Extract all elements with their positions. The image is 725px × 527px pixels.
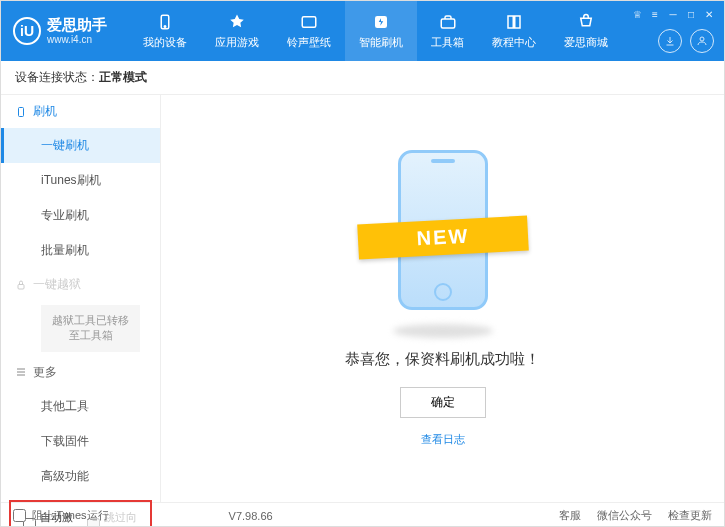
- logo: iU 爱思助手 www.i4.cn: [1, 17, 119, 45]
- apps-icon: [227, 12, 247, 32]
- sidebar-item-pro-flash[interactable]: 专业刷机: [1, 198, 160, 233]
- status-value: 正常模式: [99, 69, 147, 86]
- main-content: NEW 恭喜您，保资料刷机成功啦！ 确定 查看日志: [161, 95, 724, 502]
- status-bar: 设备连接状态： 正常模式: [1, 61, 724, 95]
- phone-small-icon: [15, 106, 27, 118]
- svg-point-5: [700, 37, 704, 41]
- status-label: 设备连接状态：: [15, 69, 99, 86]
- close-icon[interactable]: ✕: [702, 7, 716, 21]
- image-icon: [299, 12, 319, 32]
- flash-icon: [371, 12, 391, 32]
- nav-toolbox[interactable]: 工具箱: [417, 1, 478, 61]
- svg-rect-7: [18, 284, 24, 289]
- download-button[interactable]: [658, 29, 682, 53]
- footer-link-wechat[interactable]: 微信公众号: [597, 508, 652, 523]
- svg-rect-2: [302, 17, 316, 28]
- nav-ringtones[interactable]: 铃声壁纸: [273, 1, 345, 61]
- sidebar-item-download-firmware[interactable]: 下载固件: [1, 424, 160, 459]
- sidebar-item-batch-flash[interactable]: 批量刷机: [1, 233, 160, 268]
- nav-store[interactable]: 爱思商城: [550, 1, 622, 61]
- cart-icon: [576, 12, 596, 32]
- window-controls: ♕ ≡ ─ □ ✕: [630, 7, 716, 21]
- lock-icon: [15, 279, 27, 291]
- minimize-icon[interactable]: ─: [666, 7, 680, 21]
- footer-link-support[interactable]: 客服: [559, 508, 581, 523]
- user-button[interactable]: [690, 29, 714, 53]
- sidebar-section-flash[interactable]: 刷机: [1, 95, 160, 128]
- nav-tutorials[interactable]: 教程中心: [478, 1, 550, 61]
- success-message: 恭喜您，保资料刷机成功啦！: [345, 350, 540, 369]
- app-title: 爱思助手: [47, 17, 107, 34]
- nav-my-device[interactable]: 我的设备: [129, 1, 201, 61]
- maximize-icon[interactable]: □: [684, 7, 698, 21]
- top-nav: 我的设备 应用游戏 铃声壁纸 智能刷机 工具箱 教程中心 爱思商城: [129, 1, 622, 61]
- svg-point-1: [164, 26, 166, 28]
- sidebar-item-itunes-flash[interactable]: iTunes刷机: [1, 163, 160, 198]
- sidebar-section-more[interactable]: 更多: [1, 356, 160, 389]
- sidebar-item-other-tools[interactable]: 其他工具: [1, 389, 160, 424]
- sidebar: 刷机 一键刷机 iTunes刷机 专业刷机 批量刷机 一键越狱 越狱工具已转移至…: [1, 95, 161, 502]
- ok-button[interactable]: 确定: [400, 387, 486, 418]
- sidebar-item-oneclick-flash[interactable]: 一键刷机: [1, 128, 160, 163]
- gift-icon[interactable]: ♕: [630, 7, 644, 21]
- phone-illustration: NEW: [378, 150, 508, 330]
- logo-icon: iU: [13, 17, 41, 45]
- phone-icon: [155, 12, 175, 32]
- nav-apps[interactable]: 应用游戏: [201, 1, 273, 61]
- app-url: www.i4.cn: [47, 34, 107, 45]
- version-label: V7.98.66: [229, 510, 273, 522]
- header: iU 爱思助手 www.i4.cn 我的设备 应用游戏 铃声壁纸 智能刷机 工具…: [1, 1, 724, 61]
- nav-flash[interactable]: 智能刷机: [345, 1, 417, 61]
- jailbreak-note: 越狱工具已转移至工具箱: [41, 305, 140, 352]
- block-itunes-checkbox[interactable]: 阻止iTunes运行: [13, 508, 109, 523]
- menu-icon[interactable]: ≡: [648, 7, 662, 21]
- list-icon: [15, 366, 27, 378]
- footer-link-update[interactable]: 检查更新: [668, 508, 712, 523]
- svg-rect-4: [441, 19, 455, 28]
- toolbox-icon: [438, 12, 458, 32]
- book-icon: [504, 12, 524, 32]
- sidebar-item-advanced[interactable]: 高级功能: [1, 459, 160, 494]
- new-banner: NEW: [357, 216, 529, 260]
- sidebar-section-jailbreak: 一键越狱: [1, 268, 160, 301]
- svg-rect-6: [19, 107, 24, 116]
- view-log-link[interactable]: 查看日志: [421, 432, 465, 447]
